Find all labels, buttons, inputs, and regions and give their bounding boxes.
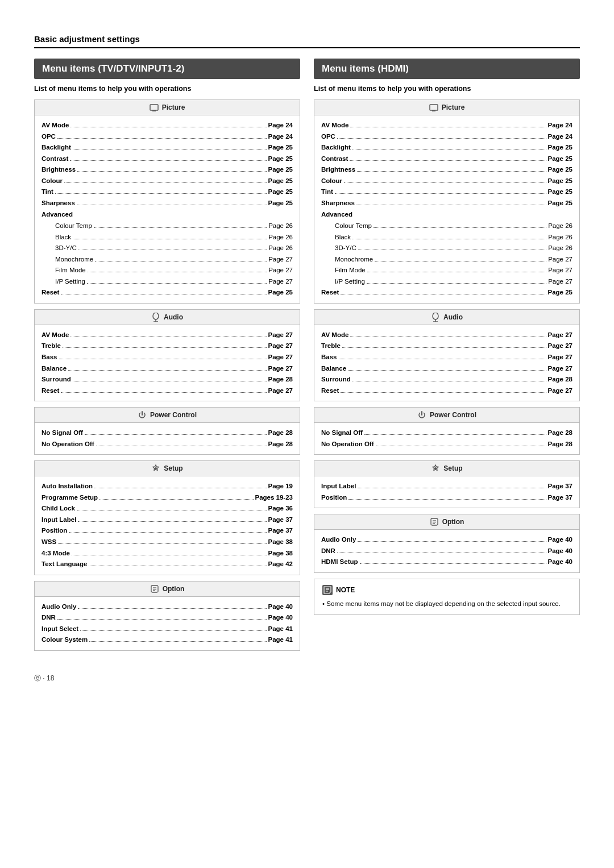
list-item: Colour TempPage 26 (321, 221, 572, 232)
list-item: SurroundPage 28 (321, 374, 572, 385)
right-power-section: Power Control No Signal OffPage 28 No Op… (314, 407, 580, 455)
list-item: OPCPage 24 (42, 131, 293, 143)
basic-adjustment-title: Basic adjustment settings (34, 34, 580, 48)
list-item: AV ModePage 27 (42, 330, 293, 341)
audio-icon (151, 313, 160, 322)
list-item: No Signal OffPage 28 (42, 427, 293, 439)
list-item: Input LabelPage 37 (321, 481, 572, 492)
list-item: MonochromePage 27 (42, 254, 293, 265)
list-item: TreblePage 27 (42, 340, 293, 352)
list-item: BrightnessPage 25 (42, 164, 293, 176)
left-power-list: No Signal OffPage 28 No Operation OffPag… (35, 423, 300, 454)
right-picture-label: Picture (442, 103, 465, 111)
list-item: PositionPage 37 (321, 492, 572, 504)
left-setup-label-bar: Setup (35, 461, 300, 476)
list-item: Programme SetupPages 19-23 (42, 492, 293, 504)
power-icon (138, 410, 147, 420)
left-setup-list: Auto InstallationPage 19 Programme Setup… (35, 476, 300, 574)
list-item: Text LanguagePage 42 (42, 559, 293, 570)
right-power-label: Power Control (430, 411, 476, 419)
list-item: ColourPage 25 (42, 176, 293, 187)
left-audio-list: AV ModePage 27 TreblePage 27 BassPage 27… (35, 325, 300, 401)
list-item: BlackPage 26 (321, 232, 572, 243)
right-setup-section: Setup Input LabelPage 37 PositionPage 37 (314, 460, 580, 508)
list-item: TintPage 25 (321, 186, 572, 198)
list-item: AV ModePage 24 (321, 120, 572, 131)
list-item: BacklightPage 25 (42, 142, 293, 153)
list-item: Child LockPage 36 (42, 503, 293, 514)
left-audio-label-bar: Audio (35, 310, 300, 325)
list-item: Advanced (321, 209, 572, 221)
note-box: NOTE • Some menu items may not be displa… (314, 579, 580, 615)
left-column: Menu items (TV/DTV/INPUT1-2) List of men… (34, 59, 300, 657)
left-option-section: Option Audio OnlyPage 40 DNRPage 40 Inpu… (34, 581, 300, 651)
list-item: ResetPage 27 (42, 385, 293, 397)
svg-point-3 (153, 313, 159, 319)
left-option-list: Audio OnlyPage 40 DNRPage 40 Input Selec… (35, 597, 300, 650)
right-option-label-bar: Option (314, 514, 579, 530)
list-item: Film ModePage 27 (42, 265, 293, 276)
right-setup-label: Setup (443, 464, 462, 472)
list-item: SharpnessPage 25 (42, 198, 293, 209)
svg-rect-11 (430, 105, 438, 110)
note-icon (322, 585, 333, 595)
list-item: SurroundPage 28 (42, 374, 293, 385)
svg-point-17 (434, 467, 437, 470)
right-setup-list: Input LabelPage 37 PositionPage 37 (314, 476, 579, 508)
list-item: I/P SettingPage 27 (321, 276, 572, 288)
svg-rect-1 (152, 110, 156, 111)
list-item: PositionPage 37 (42, 525, 293, 537)
list-item: AV ModePage 27 (321, 330, 572, 341)
list-item: ResetPage 25 (321, 287, 572, 298)
list-item: Film ModePage 27 (321, 265, 572, 276)
right-column: Menu items (HDMI) List of menu items to … (314, 59, 580, 657)
option-icon-right (430, 517, 439, 526)
left-power-section: Power Control No Signal OffPage 28 No Op… (34, 407, 300, 455)
right-option-label: Option (442, 518, 464, 526)
left-setup-label: Setup (164, 464, 182, 472)
list-item: ContrastPage 25 (42, 153, 293, 165)
note-text: • Some menu items may not be displayed d… (322, 599, 571, 609)
svg-rect-0 (150, 105, 158, 110)
svg-point-14 (433, 313, 438, 319)
list-item: BlackPage 26 (42, 232, 293, 243)
list-item: BalancePage 27 (42, 363, 293, 375)
left-picture-label: Picture (162, 103, 185, 111)
right-subtitle: List of menu items to help you with oper… (314, 85, 580, 93)
left-menu-header: Menu items (TV/DTV/INPUT1-2) (34, 59, 300, 79)
list-item: Colour SystemPage 41 (42, 634, 293, 646)
right-option-section: Option Audio OnlyPage 40 DNRPage 40 HDMI… (314, 514, 580, 573)
audio-icon-right (431, 313, 440, 322)
list-item: 3D-Y/CPage 26 (321, 243, 572, 254)
right-menu-header: Menu items (HDMI) (314, 59, 580, 79)
list-item: ResetPage 27 (321, 385, 572, 397)
list-item: Input SelectPage 41 (42, 624, 293, 635)
list-item: ContrastPage 25 (321, 153, 572, 165)
list-item: No Signal OffPage 28 (321, 427, 572, 439)
list-item: SharpnessPage 25 (321, 198, 572, 209)
note-title: NOTE (322, 585, 571, 595)
left-option-label: Option (163, 585, 185, 593)
left-picture-label-bar: Picture (35, 100, 300, 115)
left-picture-list: AV ModePage 24 OPCPage 24 BacklightPage … (35, 115, 300, 303)
right-power-list: No Signal OffPage 28 No Operation OffPag… (314, 423, 579, 454)
list-item: I/P SettingPage 27 (42, 276, 293, 288)
left-subtitle: List of menu items to help you with oper… (34, 85, 300, 93)
list-item: BrightnessPage 25 (321, 164, 572, 176)
list-item: No Operation OffPage 28 (42, 439, 293, 450)
right-setup-label-bar: Setup (314, 461, 579, 476)
list-item: HDMI SetupPage 40 (321, 556, 572, 568)
left-option-label-bar: Option (35, 582, 300, 597)
left-power-label: Power Control (150, 411, 197, 419)
svg-point-6 (155, 467, 157, 470)
list-item: BacklightPage 25 (321, 142, 572, 153)
setup-icon-right (431, 464, 440, 473)
page-footer: ⓔ · 18 (34, 674, 580, 683)
note-body: Some menu items may not be displayed dep… (326, 600, 561, 607)
right-audio-list: AV ModePage 27 TreblePage 27 BassPage 27… (314, 325, 579, 401)
list-item: Input LabelPage 37 (42, 514, 293, 526)
list-item: OPCPage 24 (321, 131, 572, 143)
left-audio-section: Audio AV ModePage 27 TreblePage 27 BassP… (34, 309, 300, 401)
svg-rect-12 (432, 110, 435, 111)
list-item: Audio OnlyPage 40 (42, 601, 293, 613)
